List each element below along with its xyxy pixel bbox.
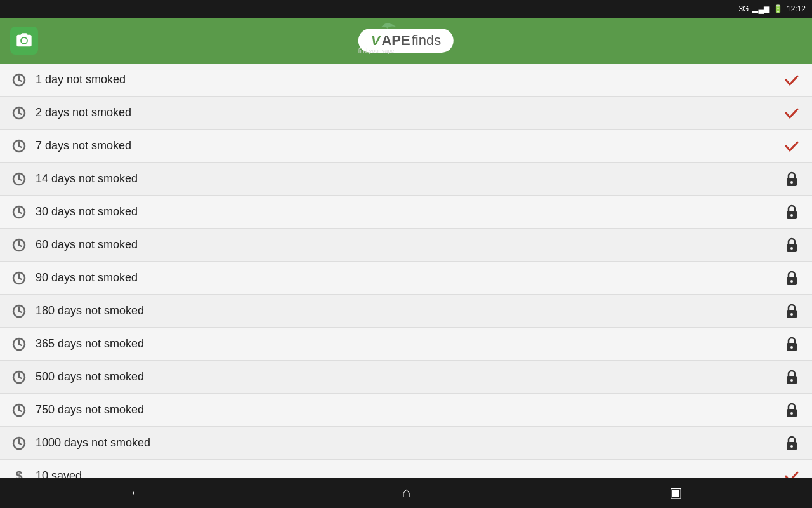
achievement-label: 180 days not smoked <box>36 304 782 318</box>
clock-icon <box>10 137 28 155</box>
svg-point-44 <box>790 379 793 382</box>
svg-line-3 <box>19 80 22 81</box>
achievements-list: 1 day not smoked 2 days not smoked 7 day… <box>0 64 812 478</box>
signal-icon: ▂▄▆ <box>752 4 769 13</box>
svg-line-52 <box>19 443 22 444</box>
svg-point-29 <box>790 280 793 283</box>
lock-icon <box>782 204 802 220</box>
lock-icon <box>782 237 802 253</box>
svg-point-54 <box>790 445 793 448</box>
list-item[interactable]: 180 days not smoked <box>0 295 812 328</box>
clock-icon <box>10 434 28 452</box>
achievement-label: 60 days not smoked <box>36 238 782 251</box>
dollar-icon: $ <box>10 467 28 478</box>
signal-indicator: 3G <box>738 4 749 13</box>
svg-point-19 <box>790 214 793 217</box>
achievement-label: 30 days not smoked <box>36 205 782 218</box>
list-item[interactable]: 500 days not smoked <box>0 361 812 394</box>
achievement-label: 1 day not smoked <box>36 73 782 86</box>
svg-line-12 <box>19 179 22 180</box>
svg-point-39 <box>790 346 793 349</box>
lock-icon <box>782 303 802 319</box>
clock-icon <box>10 401 28 419</box>
achievement-label: 10 saved <box>36 469 782 478</box>
svg-line-42 <box>19 377 22 378</box>
list-item[interactable]: 1000 days not smoked <box>0 427 812 460</box>
svg-line-32 <box>19 311 22 312</box>
list-item[interactable]: 90 days not smoked <box>0 262 812 295</box>
clock-display: 12:12 <box>787 4 806 13</box>
clock-icon <box>10 302 28 320</box>
achievement-label: 14 days not smoked <box>36 172 782 185</box>
achievement-label: 90 days not smoked <box>36 271 782 284</box>
lock-icon <box>782 402 802 418</box>
svg-point-0 <box>22 38 27 43</box>
lock-icon <box>782 369 802 385</box>
clock-icon <box>10 203 28 221</box>
list-item[interactable]: 365 days not smoked <box>0 328 812 361</box>
status-bar: 3G ▂▄▆ 🔋 12:12 <box>0 0 812 18</box>
svg-line-47 <box>19 410 22 411</box>
lock-icon <box>782 171 802 187</box>
svg-point-34 <box>790 313 793 316</box>
list-item[interactable]: $10 saved <box>0 460 812 478</box>
clock-icon <box>10 335 28 353</box>
achievement-label: 1000 days not smoked <box>36 436 782 450</box>
clock-icon <box>10 104 28 122</box>
achievement-label: 365 days not smoked <box>36 337 782 351</box>
achievement-label: 750 days not smoked <box>36 403 782 417</box>
lock-icon <box>782 270 802 286</box>
list-item[interactable]: 7 days not smoked <box>0 130 812 163</box>
app-logo: V APE finds find your vape <box>358 29 454 53</box>
lock-icon <box>782 435 802 451</box>
achievement-label: 500 days not smoked <box>36 370 782 384</box>
clock-icon <box>10 170 28 188</box>
logo-tagline: find your vape <box>358 48 395 54</box>
checkmark-icon <box>782 72 802 88</box>
svg-point-24 <box>790 247 793 250</box>
svg-line-22 <box>19 245 22 246</box>
svg-line-27 <box>19 278 22 279</box>
home-button[interactable]: ⌂ <box>387 479 426 506</box>
svg-line-9 <box>19 146 22 147</box>
checkmark-icon <box>782 468 802 478</box>
svg-point-14 <box>790 181 793 184</box>
bottom-navigation: ← ⌂ ▣ <box>0 478 812 508</box>
list-item[interactable]: 750 days not smoked <box>0 394 812 427</box>
clock-icon <box>10 368 28 386</box>
clock-icon <box>10 71 28 89</box>
list-item[interactable]: 30 days not smoked <box>0 196 812 229</box>
clock-icon <box>10 236 28 254</box>
list-item[interactable]: 2 days not smoked <box>0 97 812 130</box>
svg-line-37 <box>19 344 22 345</box>
svg-point-49 <box>790 412 793 415</box>
checkmark-icon <box>782 138 802 154</box>
achievement-label: 7 days not smoked <box>36 139 782 152</box>
clock-icon <box>10 269 28 287</box>
logo-finds: finds <box>412 32 441 49</box>
camera-button[interactable] <box>10 27 38 55</box>
list-item[interactable]: 1 day not smoked <box>0 64 812 97</box>
recent-button[interactable]: ▣ <box>654 479 698 506</box>
svg-line-17 <box>19 212 22 213</box>
checkmark-icon <box>782 105 802 121</box>
back-button[interactable]: ← <box>114 479 159 506</box>
list-item[interactable]: 60 days not smoked <box>0 229 812 262</box>
battery-icon: 🔋 <box>773 4 783 13</box>
lock-icon <box>782 336 802 352</box>
achievement-label: 2 days not smoked <box>36 106 782 119</box>
list-item[interactable]: 14 days not smoked <box>0 163 812 196</box>
app-header: V APE finds find your vape <box>0 18 812 64</box>
svg-line-6 <box>19 113 22 114</box>
